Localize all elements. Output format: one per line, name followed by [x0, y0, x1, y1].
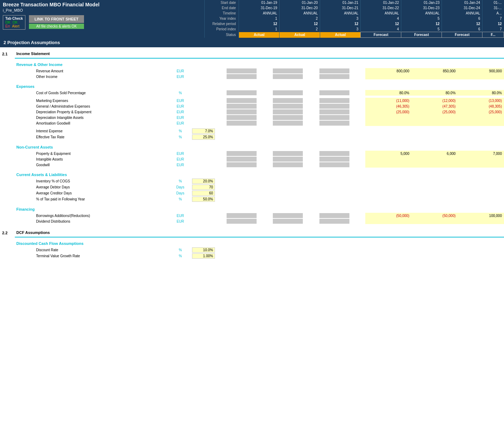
tax-following-input[interactable]: 50.0%	[192, 197, 215, 202]
cogs-unit: %	[169, 90, 191, 96]
marketing-exp-c6: (13,000)	[458, 98, 504, 103]
relative-period-label: Relative period	[205, 21, 239, 26]
ga-exp-c4: (46,305)	[365, 103, 412, 109]
discount-rate-row: Discount Rate % 10.0%	[0, 247, 504, 253]
header-left-panel: Breeze Transaction MBO Financial Model i…	[0, 0, 205, 38]
app-subtitle: i_Pre_MBO	[0, 8, 204, 14]
end-date-row: End date 31-Dec-19 31-Dec-20 31-Dec-21 3…	[205, 5, 504, 11]
subsection-21-num: 2.1	[0, 49, 15, 58]
prop-equip-row: Property & Equipment EUR 5,000 6,000 7,0…	[0, 151, 504, 156]
marketing-exp-label: Marketing Expenses	[15, 98, 169, 103]
start-date-row: Start date 01-Jan-19 01-Jan-20 01-Jan-21…	[205, 0, 504, 5]
inventory-input[interactable]: 20.0%	[192, 179, 215, 184]
expenses-category-row: Expenses	[0, 83, 504, 90]
marketing-exp-c4: (11,000)	[365, 98, 412, 103]
status-col1: Actual	[239, 32, 280, 38]
creditor-days-unit: Days	[169, 190, 191, 196]
subsection-21-title: Income Statement	[15, 49, 504, 58]
goodwill-label: Goodwill	[15, 162, 169, 168]
intangible-row: Intangible Assets EUR	[0, 156, 504, 162]
inventory-label: Inventory % of COGS	[15, 178, 169, 184]
ga-exp-label: General / Administrative Expenses	[15, 103, 169, 109]
col1-start: 01-Jan-19	[239, 0, 280, 5]
other-income-unit: EUR	[169, 74, 191, 79]
status-label: Status	[205, 32, 239, 38]
creditor-days-row: Average Creditor Days Days 60	[0, 190, 504, 196]
interest-exp-input[interactable]: 7.0%	[192, 128, 215, 134]
marketing-exp-row: Marketing Expenses EUR (11,000) (12,000)…	[0, 98, 504, 103]
expenses-category-label: Expenses	[15, 83, 504, 90]
borrowings-label: Borrowings Additions/(Reductions)	[15, 213, 169, 218]
goodwill-row: Goodwill EUR	[0, 162, 504, 168]
debtor-days-input[interactable]: 70	[192, 185, 215, 190]
timeline-row: Timeline ANNUAL ANNUAL ANNUAL ANNUAL ANN…	[205, 11, 504, 16]
discount-rate-label: Discount Rate	[15, 247, 169, 253]
dcf-category-label: Discounted Cash Flow Assumptions	[15, 240, 504, 247]
tax-rate-row: Effective Tax Rate % 25.0%	[0, 134, 504, 140]
tax-rate-unit: %	[169, 134, 191, 140]
revenue-amount-c4: 800,000	[365, 68, 412, 74]
interest-exp-row: Interest Expense % 7.0%	[0, 128, 504, 134]
terminal-value-label: Terminal Value Growth Rate	[15, 253, 169, 259]
section2-title: 2 Projection Assumptions	[0, 38, 504, 47]
dividends-row: Dividend Distributions EUR	[0, 218, 504, 224]
section2-header-row: 2 Projection Assumptions	[0, 38, 504, 47]
cogs-c4: 80.0%	[365, 90, 412, 96]
revenue-category-row: Revenue & Other Income	[0, 61, 504, 68]
discount-rate-input[interactable]: 10.0%	[192, 247, 215, 253]
prop-equip-c4: 5,000	[365, 151, 412, 156]
ga-exp-c5: (47,305)	[412, 103, 458, 109]
timeline-label: Timeline	[205, 11, 239, 16]
noncurrent-category-label: Non-Current Assets	[15, 144, 504, 151]
cogs-label: Cost of Goods Sold Percentage	[15, 90, 169, 96]
amort-gw-label: Amortisation Goodwill	[15, 120, 169, 126]
dep-pe-c4: (25,000)	[365, 109, 412, 115]
col3-start: 01-Jan-21	[320, 0, 361, 5]
current-assets-category-row: Current Assets & Liabilities	[0, 171, 504, 178]
tax-following-unit: %	[169, 196, 191, 202]
creditor-days-label: Average Creditor Days	[15, 190, 169, 196]
goodwill-unit: EUR	[169, 162, 191, 168]
col7-start: 01-...	[482, 0, 504, 5]
tax-rate-input[interactable]: 25.0%	[192, 134, 215, 140]
status-col4: Forecast	[361, 32, 401, 38]
app-title: Breeze Transaction MBO Financial Model	[3, 2, 202, 7]
debtor-days-unit: Days	[169, 184, 191, 190]
prop-equip-unit: EUR	[169, 151, 191, 156]
cogs-row: Cost of Goods Sold Percentage % 80.0% 80…	[0, 90, 504, 96]
amort-gw-row: Amortisation Goodwill EUR	[0, 120, 504, 126]
tab-check-box: Tab Check OK OK Err Alert	[3, 15, 25, 30]
terminal-value-unit: %	[169, 253, 191, 259]
prop-equip-c5: 6,000	[412, 151, 458, 156]
debtor-days-label: Average Debtor Days	[15, 184, 169, 190]
ga-exp-row: General / Administrative Expenses EUR (4…	[0, 103, 504, 109]
financing-category-label: Financing	[15, 206, 504, 213]
year-index-label: Year index	[205, 16, 239, 21]
col5-start: 01-Jan-23	[401, 0, 442, 5]
borrowings-unit: EUR	[169, 213, 191, 218]
tax-rate-label: Effective Tax Rate	[15, 134, 169, 140]
subsection-22-row: 2.2 DCF Assumptions	[0, 228, 504, 237]
col4-start: 01-Jan-22	[361, 0, 401, 5]
period-index-row: Period index 1 2 3 4 5 6 7	[205, 26, 504, 32]
intangible-label: Intangible Assets	[15, 156, 169, 162]
marketing-exp-c5: (12,000)	[412, 98, 458, 103]
dep-int-row: Depreciation Intangible Assets EUR	[0, 115, 504, 120]
err-label: Err	[5, 24, 10, 28]
interest-exp-label: Interest Expense	[15, 128, 169, 134]
intangible-unit: EUR	[169, 156, 191, 162]
subsection-21-row: 2.1 Income Statement	[0, 49, 504, 58]
ga-exp-c6: (48,305)	[458, 103, 504, 109]
borrowings-c4: (50,000)	[365, 213, 412, 218]
start-date-label: Start date	[205, 0, 239, 5]
terminal-value-input[interactable]: 1.00%	[192, 253, 215, 259]
cogs-c5: 80.0%	[412, 90, 458, 96]
creditor-days-input[interactable]: 60	[192, 191, 215, 196]
dividends-unit: EUR	[169, 218, 191, 224]
relative-period-row: Relative period 12 12 12 12 12 12 12	[205, 21, 504, 26]
current-assets-category-label: Current Assets & Liabilities	[15, 171, 504, 178]
link-sheet-btn[interactable]: LINK TO FRONT SHEET	[29, 15, 84, 23]
other-income-row: Other Income EUR	[0, 74, 504, 79]
period-index-label: Period index	[205, 26, 239, 32]
terminal-value-row: Terminal Value Growth Rate % 1.00%	[0, 253, 504, 259]
